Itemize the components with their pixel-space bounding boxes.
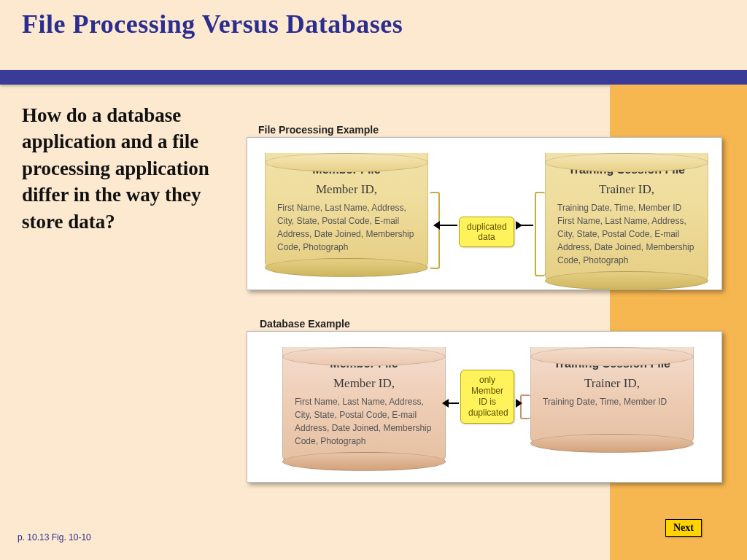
cylinder-key: Trainer ID, (554, 182, 699, 197)
cylinder-fields: Training Date, Time, Member ID (540, 395, 684, 408)
cylinder-member-file: Member File Member ID, First Name, Last … (265, 144, 428, 268)
cylinder-bottom (530, 434, 694, 453)
footer-reference: p. 10.13 Fig. 10-10 (18, 532, 91, 542)
cylinder-top (282, 347, 446, 366)
cylinder-bottom (265, 258, 428, 277)
bracket-right (430, 192, 440, 269)
next-button[interactable]: Next (665, 519, 702, 537)
cylinder-key: Member ID, (292, 376, 436, 391)
cylinder-top (265, 153, 428, 172)
cylinder-training-file: Training Session File Trainer ID, Traini… (530, 338, 694, 443)
panel1-label: File Processing Example (258, 124, 379, 136)
cylinder-side: Training Session File Trainer ID, Traini… (545, 153, 708, 281)
cylinder-member-file: Member File Member ID, First Name, Last … (282, 338, 446, 462)
slide-title: File Processing Versus Databases (22, 9, 722, 39)
panel-database: Member File Member ID, First Name, Last … (247, 331, 722, 483)
cylinder-top (530, 347, 694, 366)
bracket-left (535, 192, 545, 276)
callout-duplicated: duplicated data (459, 217, 514, 247)
title-area: File Processing Versus Databases (22, 9, 722, 39)
slide: File Processing Versus Databases How do … (0, 0, 747, 560)
horizontal-rule (0, 70, 747, 85)
callout-only-member-id: only Member ID is duplicated (460, 370, 514, 424)
cylinder-fields: First Name, Last Name, Address, City, St… (292, 395, 436, 448)
cylinder-bottom (282, 452, 446, 471)
panel-file-processing: Member File Member ID, First Name, Last … (247, 137, 722, 290)
panel2-label: Database Example (260, 318, 350, 330)
cylinder-training-file: Training Session File Trainer ID, Traini… (545, 144, 708, 281)
cylinder-fields: First Name, Last Name, Address, City, St… (274, 201, 419, 254)
cylinder-bottom (545, 271, 708, 290)
cylinder-key: Member ID, (274, 182, 419, 197)
cylinder-fields: Training Date, Time, Member ID First Nam… (554, 201, 699, 267)
cylinder-key: Trainer ID, (540, 376, 684, 391)
body-question: How do a database application and a file… (22, 102, 241, 235)
cylinder-top (545, 153, 708, 172)
